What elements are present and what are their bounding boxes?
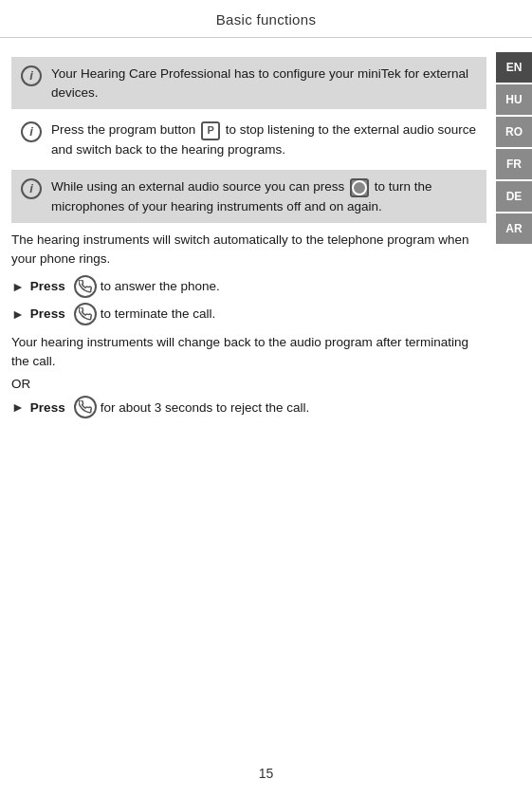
- press-end-text-1: to answer the phone.: [101, 279, 220, 293]
- press-item-or: ► Press for about 3 seconds to reject th…: [11, 396, 486, 418]
- lang-ar[interactable]: AR: [496, 213, 532, 244]
- lang-fr[interactable]: FR: [496, 149, 532, 179]
- info-text-1: Your Hearing Care Professional has to co…: [51, 65, 477, 102]
- lang-hu[interactable]: HU: [496, 84, 532, 115]
- info-icon-2: i: [21, 121, 42, 142]
- info-box-2: i Press the program button to stop liste…: [11, 113, 486, 166]
- body-paragraph: The hearing instruments will switch auto…: [11, 231, 486, 269]
- press-end-text-2: to terminate the call.: [101, 306, 216, 321]
- info-box-1: i Your Hearing Care Professional has to …: [11, 57, 486, 109]
- page-header: Basic functions: [0, 0, 532, 38]
- phone-reject-icon: [74, 396, 97, 418]
- info-icon-3: i: [21, 178, 42, 199]
- press-label-1: Press: [30, 279, 65, 293]
- press-label-2: Press: [30, 306, 65, 321]
- or-label: OR: [11, 377, 486, 391]
- lang-en[interactable]: EN: [496, 52, 532, 83]
- main-content: i Your Hearing Care Professional has to …: [0, 46, 532, 435]
- press-item-2: ► Press to terminate the call.: [11, 303, 486, 325]
- info-box-3: i While using an external audio source y…: [11, 170, 486, 223]
- info-text-2: Press the program button to stop listeni…: [51, 121, 477, 158]
- lang-de[interactable]: DE: [496, 181, 532, 212]
- press-arrow-1: ►: [11, 279, 25, 294]
- press-arrow-or: ►: [11, 399, 25, 415]
- phone-answer-icon: [74, 275, 97, 298]
- page-number: 15: [259, 766, 274, 781]
- press-end-text-or: for about 3 seconds to reject the call.: [101, 400, 310, 415]
- press-arrow-2: ►: [11, 306, 25, 322]
- mute-button-icon: [350, 178, 369, 197]
- info-icon-1: i: [21, 65, 42, 86]
- press-label-or: Press: [30, 400, 65, 415]
- info-text-3: While using an external audio source you…: [51, 177, 477, 215]
- program-button-icon: [201, 121, 220, 140]
- language-sidebar: EN HU RO FR DE AR: [496, 52, 532, 244]
- lang-ro[interactable]: RO: [496, 117, 532, 147]
- press-item-1: ► Press to answer the phone.: [11, 275, 486, 298]
- phone-end-icon: [74, 303, 97, 325]
- after-press-text: Your hearing instruments will change bac…: [11, 333, 486, 372]
- page-title: Basic functions: [216, 11, 316, 28]
